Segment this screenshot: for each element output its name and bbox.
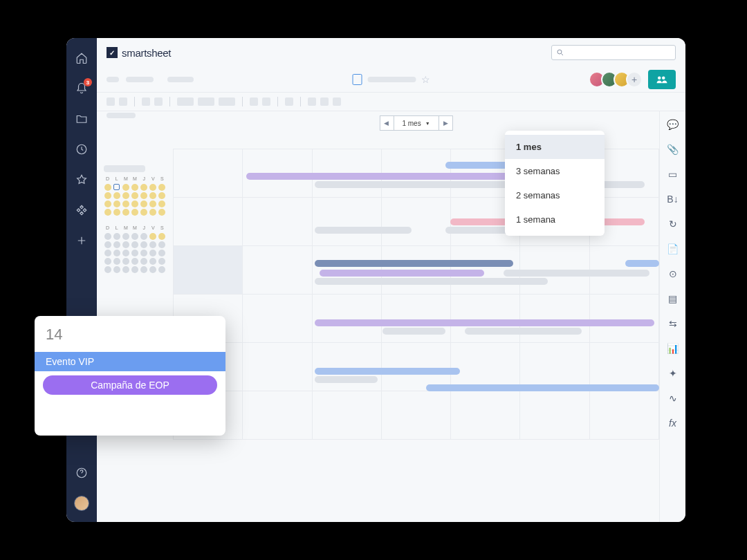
calendar-event-bar[interactable] [315, 181, 509, 188]
favorite-star-icon[interactable]: ☆ [421, 74, 430, 85]
caret-down-icon: ▼ [425, 121, 430, 126]
connections-icon[interactable]: ⇆ [667, 317, 679, 330]
calendar-cell[interactable] [313, 343, 382, 391]
range-value: 1 mes [402, 120, 421, 127]
toolbar-skeleton [308, 97, 316, 106]
app-logo[interactable]: ✓ smartsheet [107, 47, 171, 59]
day-detail-popover: 14 Evento VIP Campaña de EOP [35, 316, 225, 436]
calendar-cell[interactable] [520, 391, 589, 440]
calendar-cell[interactable] [451, 391, 520, 440]
svg-point-3 [658, 77, 661, 80]
dropdown-option[interactable]: 2 semanas [505, 183, 605, 207]
day-header: S [158, 225, 166, 232]
chart-icon[interactable]: 📊 [667, 342, 679, 355]
toolbar-skeleton [219, 97, 235, 106]
summary-icon[interactable]: ▤ [667, 292, 679, 305]
favorites-icon[interactable] [74, 172, 89, 187]
calendar-event-bar[interactable] [246, 173, 518, 180]
avatar[interactable] [74, 496, 89, 511]
formula-icon[interactable]: fx [667, 417, 679, 429]
calendar-cell[interactable] [382, 198, 451, 246]
publish-icon[interactable]: 📄 [667, 243, 679, 255]
popover-day-number: 14 [35, 326, 225, 352]
skeleton [107, 77, 119, 82]
calendar-cell[interactable] [243, 198, 312, 246]
mini-calendar-current[interactable]: D L M M J V S [104, 165, 166, 216]
skeleton [167, 77, 194, 82]
calendar-event-bar[interactable] [315, 278, 548, 285]
skeleton [367, 77, 416, 82]
calendar-cell[interactable] [382, 295, 451, 343]
automations-icon[interactable]: ∿ [667, 392, 679, 404]
calendar-main: ◀ 1 mes▼ ▶ 1 mes 3 semanas 2 semanas 1 s… [173, 111, 659, 522]
range-prev-button[interactable]: ◀ [380, 116, 394, 130]
dropdown-option[interactable]: 3 semanas [505, 159, 605, 183]
add-collaborator-button[interactable]: + [626, 71, 643, 88]
mini-calendar-next[interactable]: D L M M J V S [104, 225, 166, 273]
workspaces-icon[interactable] [74, 203, 89, 218]
calendar-cell[interactable] [590, 391, 659, 440]
calendar-cell[interactable] [382, 391, 451, 440]
calendar-cell[interactable] [451, 295, 520, 343]
toolbar-skeleton [154, 97, 163, 106]
comments-icon[interactable]: 💬 [667, 118, 679, 131]
toolbar-skeleton [119, 97, 127, 106]
toolbar-skeleton [285, 97, 293, 106]
calendar-cell[interactable] [243, 343, 312, 391]
folder-icon[interactable] [74, 111, 89, 127]
calendar-event-bar[interactable] [315, 260, 514, 267]
svg-point-2 [557, 50, 562, 54]
calendar-event-bar[interactable] [320, 270, 485, 277]
day-header: M [122, 225, 129, 232]
calendar-cell[interactable] [243, 246, 312, 295]
recent-icon[interactable] [74, 142, 89, 157]
calendar-cell[interactable] [243, 295, 312, 343]
calendar-cell[interactable] [313, 295, 382, 343]
popover-event[interactable]: Evento VIP [35, 352, 225, 371]
calendar-cell[interactable] [243, 391, 312, 440]
dropdown-option[interactable]: 1 mes [505, 135, 605, 159]
calendar-cell[interactable] [174, 246, 243, 295]
proofs-icon[interactable]: ▭ [667, 168, 679, 180]
work-insights-icon[interactable]: ✦ [667, 367, 679, 380]
share-button[interactable] [648, 70, 676, 89]
notifications-icon[interactable]: 3 [74, 81, 89, 96]
calendar-event-bar[interactable] [315, 376, 378, 383]
range-picker: ◀ 1 mes▼ ▶ [379, 115, 452, 131]
left-nav-rail: 3 [66, 38, 97, 522]
calendar-cell[interactable] [590, 295, 659, 343]
brandfolder-icon[interactable]: B↓ [667, 193, 679, 205]
calendar-event-bar[interactable] [426, 384, 659, 391]
calendar-event-bar[interactable] [315, 227, 412, 234]
help-icon[interactable] [74, 465, 89, 480]
dropdown-option[interactable]: 1 semana [505, 207, 605, 232]
range-dropdown: 1 mes 3 semanas 2 semanas 1 semana [505, 131, 605, 236]
range-dropdown-trigger[interactable]: 1 mes▼ [394, 120, 438, 127]
calendar-cell[interactable] [174, 198, 243, 246]
home-icon[interactable] [74, 50, 89, 66]
calendar-event-bar[interactable] [625, 260, 659, 267]
calendar-cell[interactable] [174, 149, 243, 198]
activity-log-icon[interactable]: ⊙ [667, 268, 679, 280]
toolbar-skeleton [107, 97, 115, 106]
day-header: D [104, 176, 111, 183]
search-input[interactable] [551, 45, 676, 60]
logo-mark-icon: ✓ [107, 47, 118, 58]
calendar-event-bar[interactable] [382, 328, 445, 335]
main-area: ✓ smartsheet ☆ + [97, 38, 685, 522]
range-next-button[interactable]: ▶ [439, 116, 452, 130]
update-requests-icon[interactable]: ↻ [667, 218, 679, 230]
popover-event[interactable]: Campaña de EOP [43, 375, 217, 395]
toolbar-skeleton [320, 97, 329, 106]
calendar-event-bar[interactable] [504, 270, 649, 277]
calendar-cell[interactable] [313, 198, 382, 246]
calendar-cell[interactable] [313, 391, 382, 440]
create-icon[interactable] [74, 233, 89, 248]
toolbar [97, 92, 685, 111]
calendar-event-bar[interactable] [315, 319, 654, 326]
calendar-event-bar[interactable] [465, 328, 581, 335]
toolbar-skeleton [142, 97, 150, 106]
calendar-cell[interactable] [520, 295, 589, 343]
calendar-event-bar[interactable] [315, 368, 461, 375]
attachments-icon[interactable]: 📎 [667, 143, 679, 156]
